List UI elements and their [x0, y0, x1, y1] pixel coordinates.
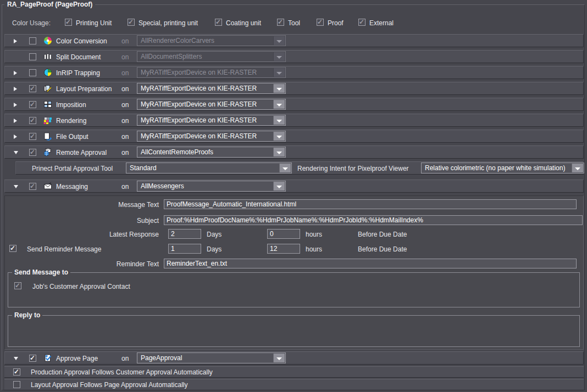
reminder-days-input[interactable]	[168, 244, 201, 254]
color-conversion-icon	[43, 36, 52, 45]
file-output-device-dropdown[interactable]: MyRATiffExportDevice on KIE-RASTER	[137, 131, 286, 142]
step-row-rendering: Rendering on MyRATiffExportDevice on KIE…	[4, 114, 584, 127]
collapse-arrow-icon[interactable]	[14, 185, 18, 188]
step-row-remote-approval: Remote Approval on AllContentRemoteProof…	[4, 145, 584, 159]
production-approval-checkbox[interactable]	[13, 368, 20, 376]
step-row-color-conversion: Color Conversion on AllRendererColorCarv…	[4, 34, 584, 47]
inrip-trapping-icon	[43, 68, 52, 77]
checkbox-label: Tool	[288, 19, 300, 27]
step-label: Messaging	[56, 183, 88, 191]
expand-arrow-icon[interactable]	[14, 103, 17, 107]
send-message-to-title: Send Message to	[12, 268, 70, 276]
split-document-device-dropdown[interactable]: AllDocumentSplitters	[137, 51, 286, 62]
expand-arrow-icon[interactable]	[14, 71, 17, 75]
dropdown-value: AllContentRemoteProofs	[141, 148, 272, 156]
dropdown-value: Standard	[130, 164, 278, 172]
on-label: on	[121, 85, 129, 93]
layout-approval-checkbox[interactable]	[13, 381, 20, 388]
file-output-icon	[43, 132, 52, 141]
layout-preparation-device-dropdown[interactable]: MyRATiffExportDevice on KIE-RASTER	[137, 83, 286, 94]
step-label: Approve Page	[56, 355, 98, 362]
split-document-checkbox[interactable]	[29, 53, 36, 60]
reminder-hours-input[interactable]	[267, 244, 300, 254]
coating-unit-checkbox[interactable]	[215, 19, 222, 26]
remote-approval-checkbox[interactable]	[29, 149, 36, 156]
proof-checkbox[interactable]	[317, 19, 324, 26]
chevron-down-icon	[273, 52, 285, 61]
approve-page-checkbox[interactable]	[29, 355, 36, 362]
layout-preparation-icon	[43, 84, 52, 93]
messaging-icon	[43, 182, 52, 191]
dropdown-value: MyRATiffExportDevice on KIE-RASTER	[141, 132, 272, 140]
expand-arrow-icon[interactable]	[14, 39, 17, 43]
tool-checkbox[interactable]	[277, 19, 284, 26]
subject-input[interactable]	[164, 215, 583, 225]
step-label: Split Document	[56, 53, 101, 61]
expand-arrow-icon[interactable]	[14, 135, 17, 139]
customer-approval-contact-checkbox[interactable]	[14, 282, 21, 289]
printing-unit-checkbox[interactable]	[65, 19, 72, 26]
on-label: on	[121, 37, 129, 45]
message-text-label: Message Text	[5, 201, 159, 209]
before-due-date-label: Before Due Date	[358, 231, 407, 238]
rendering-icon	[43, 116, 52, 125]
imposition-checkbox[interactable]	[29, 101, 36, 108]
checkbox-label: Coating unit	[226, 19, 261, 27]
hours-label: hours	[306, 231, 322, 238]
send-message-to-groupbox: Send Message to Job's Customer Approval …	[8, 272, 580, 307]
imposition-device-dropdown[interactable]: MyRATiffExportDevice on KIE-RASTER	[137, 99, 286, 110]
dropdown-value: PageApproval	[141, 354, 272, 362]
message-text-input[interactable]	[164, 199, 577, 209]
latest-response-hours-input[interactable]	[267, 229, 300, 239]
layout-approval-label: Layout Approval Follows Page Approval Au…	[31, 381, 188, 389]
rendering-checkbox[interactable]	[29, 117, 36, 124]
group-title: RA_PageProof (PageProof)	[4, 1, 95, 8]
file-output-checkbox[interactable]	[29, 133, 36, 140]
inrip-trapping-device-dropdown[interactable]: MyRATiffExportDevice on KIE-RASTER	[137, 67, 286, 78]
step-label: Color Conversion	[56, 37, 107, 45]
dropdown-value: Relative colorimetric (no paper white si…	[425, 164, 571, 172]
messaging-device-dropdown[interactable]: AllMessengers	[137, 181, 286, 192]
messaging-checkbox[interactable]	[29, 183, 36, 190]
latest-response-days-input[interactable]	[168, 229, 201, 239]
chevron-down-icon	[572, 164, 583, 172]
step-row-file-output: File Output on MyRATiffExportDevice on K…	[4, 130, 584, 143]
on-label: on	[121, 355, 129, 362]
send-reminder-checkbox[interactable]	[9, 245, 16, 252]
portal-tool-dropdown[interactable]: Standard	[126, 163, 292, 173]
color-conversion-device-dropdown[interactable]: AllRendererColorCarvers	[137, 35, 286, 46]
on-label: on	[121, 101, 129, 109]
collapse-arrow-icon[interactable]	[14, 151, 18, 154]
reply-to-groupbox: Reply to	[8, 315, 580, 347]
expand-arrow-icon[interactable]	[14, 119, 17, 123]
remote-approval-detail-row: Prinect Portal Approval Tool Standard Re…	[15, 161, 584, 175]
split-document-icon	[43, 52, 52, 61]
send-reminder-label: Send Reminder Message	[27, 245, 101, 253]
before-due-date-label: Before Due Date	[358, 245, 407, 253]
on-label: on	[121, 183, 129, 191]
chevron-down-icon	[273, 148, 285, 156]
chevron-down-icon	[273, 182, 285, 191]
step-row-imposition: Imposition on MyRATiffExportDevice on KI…	[4, 98, 584, 111]
color-conversion-checkbox[interactable]	[29, 37, 36, 44]
dropdown-value: MyRATiffExportDevice on KIE-RASTER	[141, 85, 272, 92]
layout-approval-row: Layout Approval Follows Page Approval Au…	[4, 379, 584, 390]
remote-approval-device-dropdown[interactable]: AllContentRemoteProofs	[137, 147, 286, 158]
step-row-messaging: Messaging on AllMessengers	[4, 180, 584, 193]
layout-preparation-checkbox[interactable]	[29, 85, 36, 92]
dropdown-value: MyRATiffExportDevice on KIE-RASTER	[141, 69, 272, 76]
step-row-approve-page: Approve Page on PageApproval	[4, 351, 584, 365]
remote-approval-icon	[43, 148, 52, 156]
expand-arrow-icon[interactable]	[14, 87, 17, 91]
reminder-text-input[interactable]	[164, 259, 577, 268]
rendering-intent-dropdown[interactable]: Relative colorimetric (no paper white si…	[421, 163, 584, 173]
step-label: Remote Approval	[56, 149, 107, 156]
approve-page-device-dropdown[interactable]: PageApproval	[137, 352, 286, 363]
collapse-arrow-icon[interactable]	[14, 357, 18, 360]
rendering-device-dropdown[interactable]: MyRATiffExportDevice on KIE-RASTER	[137, 115, 286, 126]
step-row-inrip-trapping: InRIP Trapping on MyRATiffExportDevice o…	[4, 66, 584, 79]
dropdown-value: AllMessengers	[141, 182, 272, 190]
external-checkbox[interactable]	[358, 19, 366, 26]
special-printing-unit-checkbox[interactable]	[128, 19, 135, 26]
inrip-trapping-checkbox[interactable]	[29, 69, 36, 76]
